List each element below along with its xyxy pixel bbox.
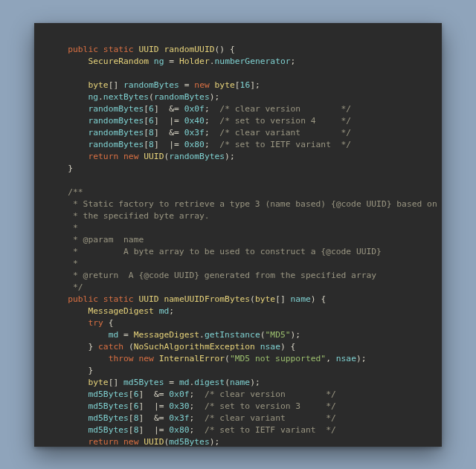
kw-public: public static	[68, 45, 133, 54]
fn-nameUUIDFromBytes: nameUUIDFromBytes	[164, 294, 250, 304]
code-block: public static UUID randomUUID() { Secure…	[48, 44, 428, 447]
fn-randomUUID: randomUUID	[164, 45, 214, 54]
javadoc: /**	[68, 187, 83, 197]
code-panel: public static UUID randomUUID() { Secure…	[34, 23, 442, 447]
type-uuid: UUID	[138, 45, 158, 54]
